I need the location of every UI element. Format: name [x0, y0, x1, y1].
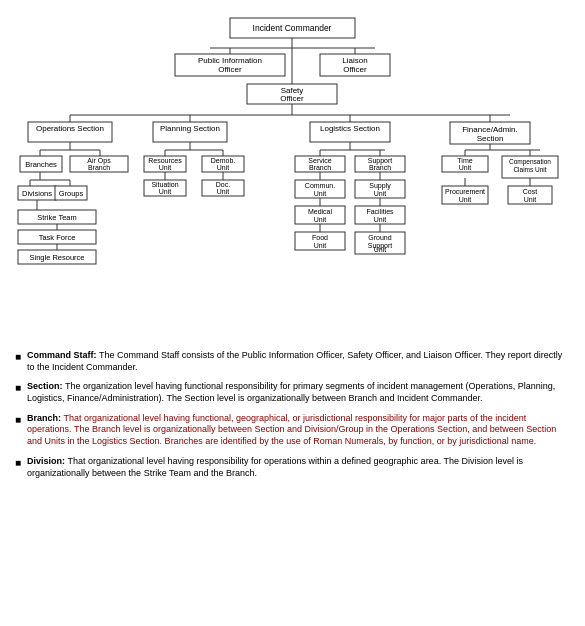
def-item-division: ■ Division: That organizational level ha…: [15, 456, 570, 479]
svg-text:Liaison: Liaison: [342, 56, 367, 65]
org-chart: Incident Commander Public Information Of…: [10, 10, 575, 350]
svg-text:Unit: Unit: [524, 196, 537, 203]
bullet-section: ■: [15, 381, 21, 394]
svg-text:Procurement: Procurement: [445, 188, 485, 195]
term-command: Command Staff:: [27, 350, 97, 360]
svg-text:Facilities: Facilities: [366, 208, 394, 215]
body-branch: That organizational level having functio…: [27, 413, 556, 446]
bullet-command: ■: [15, 350, 21, 363]
def-text-branch: Branch: That organizational level having…: [27, 413, 570, 448]
svg-text:Section: Section: [477, 134, 504, 143]
svg-text:Unit: Unit: [459, 196, 472, 203]
def-item-command: ■ Command Staff: The Command Staff consi…: [15, 350, 570, 373]
svg-text:Branches: Branches: [25, 160, 57, 169]
svg-text:Unit: Unit: [374, 190, 387, 197]
svg-text:Branch: Branch: [309, 164, 331, 171]
svg-text:Unit: Unit: [314, 190, 327, 197]
svg-text:Logistics Section: Logistics Section: [320, 124, 380, 133]
svg-text:Planning Section: Planning Section: [160, 124, 220, 133]
svg-text:Groups: Groups: [59, 189, 84, 198]
svg-text:Divisions: Divisions: [22, 189, 52, 198]
svg-text:Doc.: Doc.: [216, 181, 230, 188]
def-item-branch: ■ Branch: That organizational level havi…: [15, 413, 570, 448]
svg-text:Unit: Unit: [159, 164, 172, 171]
body-section: The organization level having functional…: [27, 381, 555, 403]
svg-text:Operations Section: Operations Section: [36, 124, 104, 133]
svg-text:Claims Unit: Claims Unit: [513, 166, 546, 173]
svg-text:Medical: Medical: [308, 208, 333, 215]
svg-text:Unit: Unit: [314, 242, 327, 249]
svg-text:Officer: Officer: [343, 65, 367, 74]
svg-text:Branch: Branch: [369, 164, 391, 171]
svg-text:Unit: Unit: [217, 164, 230, 171]
svg-text:Resources: Resources: [148, 157, 182, 164]
svg-text:Food: Food: [312, 234, 328, 241]
term-branch: Branch:: [27, 413, 61, 423]
page-container: Incident Commander Public Information Of…: [10, 10, 575, 479]
svg-text:Time: Time: [457, 157, 472, 164]
svg-text:Supply: Supply: [369, 182, 391, 190]
body-division: That organizational level having respons…: [27, 456, 523, 478]
term-section: Section:: [27, 381, 63, 391]
def-item-section: ■ Section: The organization level having…: [15, 381, 570, 404]
bullet-division: ■: [15, 456, 21, 469]
svg-text:Unit: Unit: [159, 188, 172, 195]
svg-text:Officer: Officer: [218, 65, 242, 74]
svg-text:Public Information: Public Information: [198, 56, 262, 65]
svg-text:Branch: Branch: [88, 164, 110, 171]
svg-text:Unit: Unit: [374, 216, 387, 223]
svg-text:Situation: Situation: [151, 181, 178, 188]
svg-text:Finance/Admin.: Finance/Admin.: [462, 125, 518, 134]
svg-text:Cost: Cost: [523, 188, 537, 195]
def-text-command: Command Staff: The Command Staff consist…: [27, 350, 570, 373]
svg-text:Task Force: Task Force: [39, 233, 76, 242]
svg-text:Compensation: Compensation: [509, 158, 551, 166]
svg-text:Strike Team: Strike Team: [37, 213, 76, 222]
svg-text:Unit: Unit: [374, 246, 387, 253]
svg-text:Demob.: Demob.: [211, 157, 236, 164]
svg-text:Incident Commander: Incident Commander: [253, 23, 332, 33]
svg-text:Officer: Officer: [280, 94, 304, 103]
svg-text:Commun.: Commun.: [305, 182, 335, 189]
svg-text:Service: Service: [308, 157, 331, 164]
bullet-branch: ■: [15, 413, 21, 426]
svg-text:Single Resource: Single Resource: [29, 253, 84, 262]
body-command: The Command Staff consists of the Public…: [27, 350, 562, 372]
svg-text:Unit: Unit: [314, 216, 327, 223]
definitions-section: ■ Command Staff: The Command Staff consi…: [10, 350, 575, 479]
def-text-section: Section: The organization level having f…: [27, 381, 570, 404]
def-text-division: Division: That organizational level havi…: [27, 456, 570, 479]
svg-text:Ground: Ground: [368, 234, 391, 241]
svg-text:Unit: Unit: [217, 188, 230, 195]
term-division: Division:: [27, 456, 65, 466]
svg-text:Unit: Unit: [459, 164, 472, 171]
